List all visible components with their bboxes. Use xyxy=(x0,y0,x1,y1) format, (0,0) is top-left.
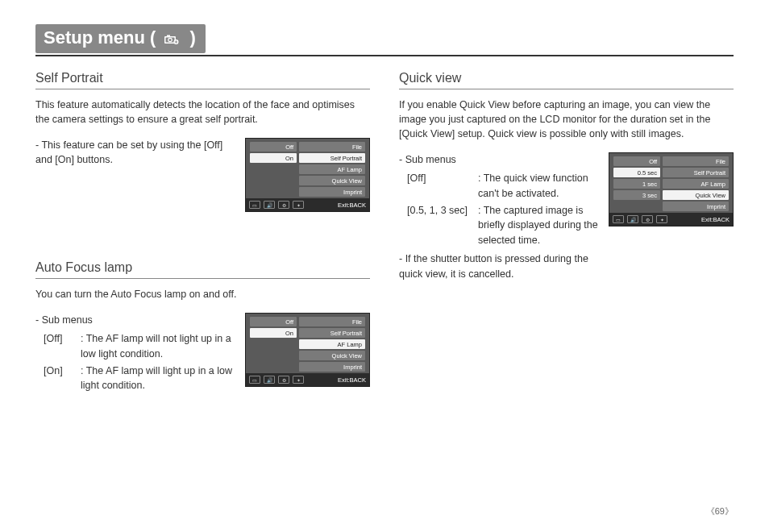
self-portrait-note: - This feature can be set by using the [… xyxy=(35,138,237,167)
svg-rect-4 xyxy=(167,35,170,37)
lcd-screenshot-quick-view: Off0.5 sec1 sec3 sec FileSelf PortraitAF… xyxy=(609,152,734,227)
menu-left-item: On xyxy=(250,328,297,338)
menu-right-item: Self Portrait xyxy=(663,168,729,177)
menu-left-item xyxy=(613,202,660,211)
svg-point-3 xyxy=(169,39,172,41)
section-head-self-portrait: Self Portrait xyxy=(35,71,370,89)
exit-back-label: Exit:BACK xyxy=(338,376,366,384)
menu-right-item: Quick View xyxy=(299,351,365,360)
menu-left-item xyxy=(250,351,297,360)
sound-icon: 🔊 xyxy=(627,215,638,223)
title-suffix: ) xyxy=(190,27,196,48)
sound-icon: 🔊 xyxy=(264,201,275,209)
menu-right-item: AF Lamp xyxy=(663,179,729,189)
page-title: Setup menu ( ) xyxy=(35,24,206,53)
menu-right-item: Imprint xyxy=(299,362,365,372)
display-icon: ▭ xyxy=(249,201,260,209)
menu-right-item: Imprint xyxy=(663,202,729,211)
menu-right-item: File xyxy=(299,142,365,152)
menu-right-item: Quick View xyxy=(663,190,729,200)
menu-right-item: File xyxy=(299,317,365,326)
menu-left-item xyxy=(250,187,297,197)
af-def-off: [Off] : The AF lamp will not light up in… xyxy=(35,331,237,362)
menu-left-item xyxy=(250,176,297,185)
exit-back-label: Exit:BACK xyxy=(338,202,366,209)
tool-icon: ✦ xyxy=(293,376,304,384)
menu-right-item: Self Portrait xyxy=(299,328,365,338)
section-head-af-lamp: Auto Focus lamp xyxy=(35,260,370,279)
title-bar: Setup menu ( ) xyxy=(35,24,734,56)
setup-icon: ⚙ xyxy=(278,201,289,209)
menu-left-item: Off xyxy=(613,156,660,166)
right-column: Quick view If you enable Quick View befo… xyxy=(399,68,734,413)
tool-icon: ✦ xyxy=(293,201,304,209)
menu-left-item xyxy=(250,362,297,372)
qv-def-off: [Off] : The quick view function can't be… xyxy=(399,171,601,202)
menu-left-item: 0.5 sec xyxy=(613,168,660,177)
af-def-on: [On] : The AF lamp will light up in a lo… xyxy=(35,364,237,394)
menu-left-item: On xyxy=(250,153,297,163)
self-portrait-intro: This feature automatically detects the l… xyxy=(35,98,370,127)
menu-left-item xyxy=(250,164,297,174)
menu-right-item: AF Lamp xyxy=(299,164,365,174)
qv-def-times: [0.5, 1, 3 sec] : The captured image is … xyxy=(399,203,601,248)
sound-icon: 🔊 xyxy=(264,376,275,384)
display-icon: ▭ xyxy=(613,215,624,223)
left-column: Self Portrait This feature automatically… xyxy=(35,68,370,413)
sub-menus-label: - Sub menus xyxy=(399,152,601,168)
tool-icon: ✦ xyxy=(656,215,667,223)
setup-icon: ⚙ xyxy=(278,376,289,384)
exit-back-label: Exit:BACK xyxy=(701,216,730,223)
display-icon: ▭ xyxy=(249,376,260,384)
menu-right-item: Self Portrait xyxy=(299,153,365,163)
camera-gear-icon xyxy=(164,29,180,50)
title-prefix: Setup menu ( xyxy=(44,27,156,48)
menu-right-item: AF Lamp xyxy=(299,339,365,349)
quick-view-after-note: - If the shutter button is pressed durin… xyxy=(399,251,601,282)
sub-menus-label: - Sub menus xyxy=(35,313,237,328)
setup-icon: ⚙ xyxy=(642,215,653,223)
menu-left-item xyxy=(250,339,297,349)
lcd-screenshot-af-lamp: OffOn FileSelf PortraitAF LampQuick View… xyxy=(245,313,370,387)
lcd-screenshot-self-portrait: OffOn FileSelf PortraitAF LampQuick View… xyxy=(245,138,370,212)
menu-right-item: Quick View xyxy=(299,176,365,185)
menu-left-item: 1 sec xyxy=(613,179,660,189)
menu-left-item: Off xyxy=(250,142,297,152)
menu-right-item: Imprint xyxy=(299,187,365,197)
quick-view-intro: If you enable Quick View before capturin… xyxy=(399,98,734,141)
af-lamp-intro: You can turn the Auto Focus lamp on and … xyxy=(35,287,370,301)
menu-left-item: Off xyxy=(250,317,297,326)
page-number: 《69》 xyxy=(706,505,734,517)
menu-left-item: 3 sec xyxy=(613,190,660,200)
section-head-quick-view: Quick view xyxy=(399,71,734,89)
menu-right-item: File xyxy=(663,156,729,166)
